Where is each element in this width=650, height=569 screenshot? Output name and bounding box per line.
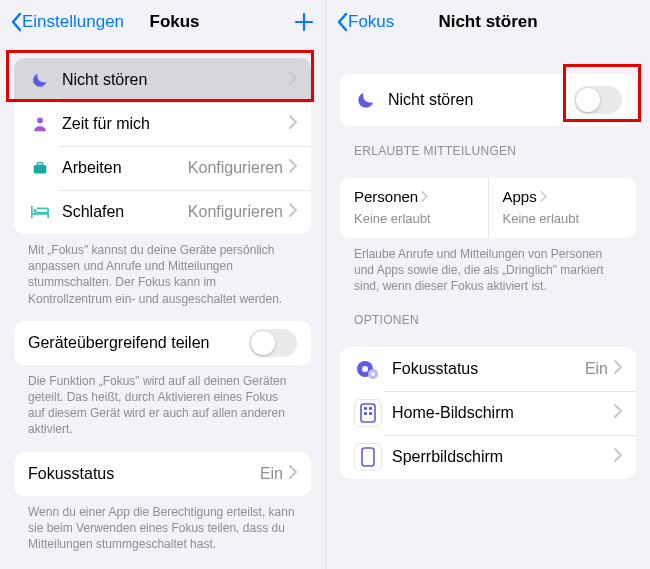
back-label: Einstellungen: [22, 12, 124, 32]
moon-icon: [28, 71, 52, 89]
lock-screen-icon: [354, 443, 382, 471]
focus-status-row[interactable]: Fokusstatus Ein: [14, 452, 311, 496]
option-home-bildschirm[interactable]: Home-Bildschirm: [340, 391, 636, 435]
briefcase-icon: [28, 159, 52, 177]
share-group: Geräteübergreifend teilen: [14, 321, 311, 365]
focus-mode-arbeiten[interactable]: Arbeiten Konfigurieren: [14, 146, 311, 190]
row-value: Ein: [260, 465, 283, 483]
svg-rect-1: [34, 165, 47, 173]
chevron-right-icon: [289, 465, 297, 483]
nav-bar: Einstellungen Fokus: [0, 0, 325, 44]
back-button[interactable]: Einstellungen: [10, 12, 124, 32]
row-label: Nicht stören: [62, 71, 289, 89]
share-across-devices-row[interactable]: Geräteübergreifend teilen: [14, 321, 311, 365]
allowed-apps[interactable]: Apps Keine erlaubt: [488, 178, 637, 238]
back-label: Fokus: [348, 12, 394, 32]
svg-rect-13: [362, 448, 374, 466]
dnd-toggle[interactable]: [574, 86, 622, 114]
option-fokusstatus[interactable]: Fokusstatus Ein: [340, 347, 636, 391]
chevron-right-icon: [289, 115, 297, 133]
options-header: OPTIONEN: [326, 295, 650, 333]
nav-title: Fokus: [124, 12, 225, 32]
svg-point-5: [362, 366, 368, 372]
chevron-right-icon: [614, 448, 622, 466]
person-icon: [28, 115, 52, 133]
chevron-right-icon: [289, 203, 297, 221]
plus-icon: [293, 11, 315, 33]
bed-icon: [28, 203, 52, 221]
dnd-detail-screen: Fokus Nicht stören Nicht stören ERLAUBTE…: [325, 0, 650, 569]
modes-footer: Mit „Fokus" kannst du deine Geräte persö…: [0, 234, 325, 307]
chevron-right-icon: [614, 360, 622, 378]
home-screen-icon: [354, 399, 382, 427]
chevron-left-icon: [336, 12, 348, 32]
focusstatus-icon: [354, 355, 382, 383]
share-footer: Die Funktion „Fokus" wird auf all deinen…: [0, 365, 325, 438]
focus-mode-nicht-stoeren[interactable]: Nicht stören: [14, 58, 311, 102]
nav-bar: Fokus Nicht stören: [326, 0, 650, 44]
options-group: Fokusstatus Ein Home-Bildschirm: [340, 347, 636, 479]
row-label: Zeit für mich: [62, 115, 289, 133]
row-value: Konfigurieren: [188, 159, 283, 177]
share-toggle[interactable]: [249, 329, 297, 357]
svg-rect-8: [361, 404, 375, 422]
nav-title: Nicht stören: [426, 12, 550, 32]
allowed-footer: Erlaube Anrufe und Mitteilungen von Pers…: [326, 238, 650, 295]
allowed-persons[interactable]: Personen Keine erlaubt: [340, 178, 488, 238]
option-sperrbildschirm[interactable]: Sperrbildschirm: [340, 435, 636, 479]
row-label: Fokusstatus: [28, 465, 260, 483]
status-group: Fokusstatus Ein: [14, 452, 311, 496]
apps-label: Apps: [503, 188, 537, 205]
row-value: Konfigurieren: [188, 203, 283, 221]
dnd-toggle-row: Nicht stören: [340, 74, 636, 126]
add-button[interactable]: [225, 11, 315, 33]
chevron-right-icon: [289, 159, 297, 177]
apps-sub: Keine erlaubt: [503, 211, 623, 226]
row-value: Ein: [585, 360, 608, 378]
chevron-right-icon: [614, 404, 622, 422]
svg-point-0: [37, 118, 43, 124]
focus-modes-group: Nicht stören Zeit für mich: [14, 58, 311, 234]
svg-rect-10: [369, 407, 372, 410]
svg-rect-9: [364, 407, 367, 410]
row-label: Home-Bildschirm: [392, 404, 614, 422]
svg-rect-12: [369, 412, 372, 415]
content: Nicht stören Zeit für mich: [0, 58, 325, 562]
row-label: Geräteübergreifend teilen: [28, 334, 249, 352]
row-label: Schlafen: [62, 203, 188, 221]
svg-point-7: [371, 372, 375, 376]
chevron-right-icon: [421, 191, 428, 202]
row-label: Arbeiten: [62, 159, 188, 177]
allowed-group: Personen Keine erlaubt Apps Keine erlaub…: [340, 178, 636, 238]
persons-sub: Keine erlaubt: [354, 211, 474, 226]
back-button[interactable]: Fokus: [336, 12, 426, 32]
row-label: Fokusstatus: [392, 360, 585, 378]
svg-rect-11: [364, 412, 367, 415]
focus-mode-zeit-fuer-mich[interactable]: Zeit für mich: [14, 102, 311, 146]
moon-icon: [354, 90, 378, 110]
chevron-right-icon: [289, 71, 297, 89]
status-footer: Wenn du einer App die Berechtigung ertei…: [0, 496, 325, 553]
svg-rect-2: [37, 163, 42, 166]
row-label: Nicht stören: [388, 91, 574, 109]
content: Nicht stören ERLAUBTE MITTEILUNGEN Perso…: [326, 74, 650, 489]
row-label: Sperrbildschirm: [392, 448, 614, 466]
focus-mode-schlafen[interactable]: Schlafen Konfigurieren: [14, 190, 311, 234]
hero-group: Nicht stören: [340, 74, 636, 126]
chevron-left-icon: [10, 12, 22, 32]
persons-label: Personen: [354, 188, 418, 205]
allowed-header: ERLAUBTE MITTEILUNGEN: [326, 126, 650, 164]
chevron-right-icon: [540, 191, 547, 202]
svg-point-3: [33, 209, 36, 212]
focus-list-screen: Einstellungen Fokus Nicht stören: [0, 0, 325, 569]
